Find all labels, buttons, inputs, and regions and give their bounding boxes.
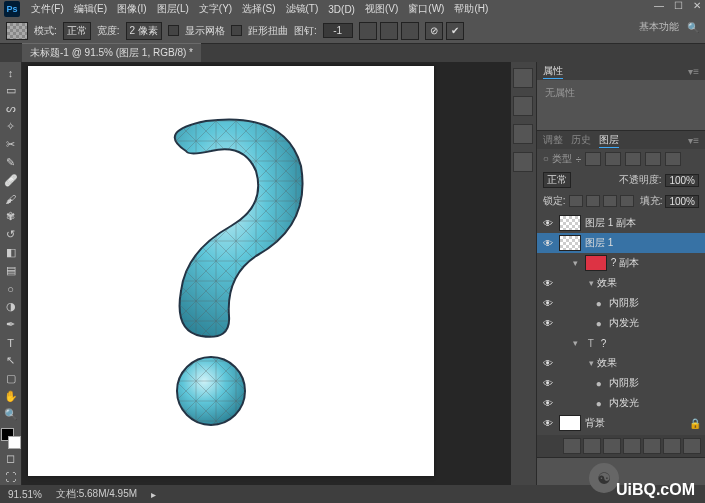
commit-transform[interactable]: ✔: [446, 22, 464, 40]
layer-name[interactable]: 内阴影: [609, 296, 639, 310]
hand-tool[interactable]: ✋: [1, 388, 21, 405]
mask-button[interactable]: [603, 438, 621, 454]
menu-window[interactable]: 窗口(W): [403, 2, 449, 16]
layer-row[interactable]: 👁 背景 🔒: [537, 413, 705, 433]
path-tool[interactable]: ↖: [1, 352, 21, 369]
delete-layer-button[interactable]: [683, 438, 701, 454]
visibility-icon[interactable]: 👁: [541, 278, 555, 289]
tool-preset-swatch[interactable]: [6, 22, 28, 40]
layer-name[interactable]: 效果: [597, 276, 617, 290]
mesh-checkbox[interactable]: [231, 25, 242, 36]
adjustments-tab[interactable]: 调整: [543, 133, 563, 147]
menu-file[interactable]: 文件(F): [26, 2, 69, 16]
layer-thumb[interactable]: [559, 235, 581, 251]
filter-shape-icon[interactable]: [645, 152, 661, 166]
blur-tool[interactable]: ○: [1, 280, 21, 297]
layer-name[interactable]: 内发光: [609, 396, 639, 410]
warp-btn-1[interactable]: [359, 22, 377, 40]
history-brush-tool[interactable]: ↺: [1, 226, 21, 243]
layer-row[interactable]: ▾ ? 副本: [537, 253, 705, 273]
expand-icon[interactable]: ▾: [589, 278, 594, 288]
lock-image-icon[interactable]: [586, 195, 600, 207]
layers-tab[interactable]: 图层: [599, 133, 619, 148]
layer-name[interactable]: 内阴影: [609, 376, 639, 390]
stamp-tool[interactable]: ✾: [1, 208, 21, 225]
visibility-icon[interactable]: 👁: [541, 378, 555, 389]
status-chevron-icon[interactable]: ▸: [151, 489, 156, 500]
layer-row[interactable]: 👁 图层 1 副本: [537, 213, 705, 233]
panel-flyout-icon[interactable]: ▾≡: [688, 66, 699, 77]
fx-button[interactable]: [583, 438, 601, 454]
menu-select[interactable]: 选择(S): [237, 2, 280, 16]
expand-icon[interactable]: ▾: [573, 338, 578, 348]
group-button[interactable]: [643, 438, 661, 454]
eyedropper-tool[interactable]: ✎: [1, 154, 21, 171]
layer-row[interactable]: 👁 图层 1: [537, 233, 705, 253]
doc-size-readout[interactable]: 文档:5.68M/4.95M: [56, 487, 137, 501]
zoom-readout[interactable]: 91.51%: [8, 489, 42, 500]
cancel-transform[interactable]: ⊘: [425, 22, 443, 40]
showgrid-checkbox[interactable]: [168, 25, 179, 36]
opacity-value[interactable]: 100%: [665, 174, 699, 187]
visibility-icon[interactable]: 👁: [541, 398, 555, 409]
brush-tool[interactable]: 🖌: [1, 190, 21, 207]
color-swatches[interactable]: [1, 428, 21, 449]
magic-wand-tool[interactable]: ✧: [1, 118, 21, 135]
type-tool[interactable]: T: [1, 334, 21, 351]
layer-name[interactable]: 图层 1 副本: [585, 216, 636, 230]
filter-pixel-icon[interactable]: [585, 152, 601, 166]
move-tool[interactable]: ↕: [1, 64, 21, 81]
menu-view[interactable]: 视图(V): [360, 2, 403, 16]
expand-icon[interactable]: ▾: [589, 358, 594, 368]
layer-thumb[interactable]: [585, 255, 607, 271]
layer-name[interactable]: 效果: [597, 356, 617, 370]
dodge-tool[interactable]: ◑: [1, 298, 21, 315]
visibility-icon[interactable]: 👁: [541, 218, 555, 229]
blend-mode-select[interactable]: 正常: [543, 172, 571, 188]
zoom-tool[interactable]: 🔍: [1, 406, 21, 423]
visibility-icon[interactable]: 👁: [541, 238, 555, 249]
document-tab[interactable]: 未标题-1 @ 91.5% (图层 1, RGB/8) *: [22, 43, 201, 62]
search-icon[interactable]: 🔍: [687, 22, 699, 33]
visibility-icon[interactable]: 👁: [541, 298, 555, 309]
expand-icon[interactable]: ▾: [573, 258, 578, 268]
link-layers-button[interactable]: [563, 438, 581, 454]
layer-row[interactable]: ▾ T ?: [537, 333, 705, 353]
lock-position-icon[interactable]: [603, 195, 617, 207]
menu-filter[interactable]: 滤镜(T): [281, 2, 324, 16]
gradient-tool[interactable]: ▤: [1, 262, 21, 279]
layer-kind-select[interactable]: ÷: [576, 154, 582, 165]
new-layer-button[interactable]: [663, 438, 681, 454]
healing-tool[interactable]: 🩹: [1, 172, 21, 189]
menu-help[interactable]: 帮助(H): [449, 2, 493, 16]
width-select[interactable]: 2 像素: [126, 22, 162, 40]
mode-select[interactable]: 正常: [63, 22, 91, 40]
layer-thumb[interactable]: [559, 415, 581, 431]
menu-type[interactable]: 文字(Y): [194, 2, 237, 16]
menu-layer[interactable]: 图层(L): [152, 2, 194, 16]
filter-type-icon[interactable]: [625, 152, 641, 166]
layer-row[interactable]: 👁 ● 内阴影: [537, 373, 705, 393]
layer-name[interactable]: ? 副本: [611, 256, 639, 270]
layer-name[interactable]: 图层 1: [585, 236, 613, 250]
lock-all-icon[interactable]: [620, 195, 634, 207]
layer-row[interactable]: 👁 ● 内发光: [537, 393, 705, 413]
filter-smart-icon[interactable]: [665, 152, 681, 166]
shape-tool[interactable]: ▢: [1, 370, 21, 387]
layer-row[interactable]: 👁 ● 内发光: [537, 313, 705, 333]
dock-icon-2[interactable]: [513, 96, 533, 116]
window-close[interactable]: ✕: [693, 0, 701, 11]
layer-name[interactable]: ?: [601, 338, 607, 349]
workspace-switcher[interactable]: 基本功能: [639, 20, 679, 34]
menu-3d[interactable]: 3D(D): [323, 4, 360, 15]
dock-icon-4[interactable]: [513, 152, 533, 172]
background-color[interactable]: [8, 436, 21, 449]
quickmask-tool[interactable]: ◻: [1, 450, 21, 467]
dock-icon-3[interactable]: [513, 124, 533, 144]
lasso-tool[interactable]: ᔕ: [1, 100, 21, 117]
menu-image[interactable]: 图像(I): [112, 2, 151, 16]
menu-edit[interactable]: 编辑(E): [69, 2, 112, 16]
layer-row[interactable]: 👁 ▾ 效果: [537, 353, 705, 373]
visibility-icon[interactable]: 👁: [541, 318, 555, 329]
canvas-area[interactable]: [22, 62, 511, 485]
